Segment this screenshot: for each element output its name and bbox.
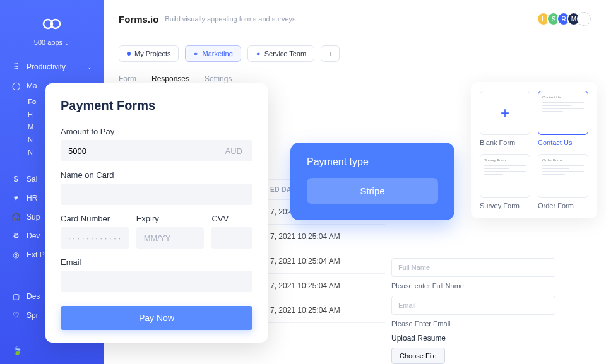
top-header: Forms.io Build visually appealing forms … xyxy=(104,0,606,38)
pay-now-button[interactable]: Pay Now xyxy=(61,306,252,330)
tab-add[interactable]: + xyxy=(321,45,340,62)
grid-icon: ⠿ xyxy=(11,62,20,71)
currency-label: AUD xyxy=(215,140,252,161)
template-survey[interactable]: Survey Form xyxy=(480,154,530,198)
link-icon: ⚭ xyxy=(256,50,261,57)
tab-marketing[interactable]: ⚭Marketing xyxy=(185,45,241,62)
template-contact-us[interactable]: Contact Us xyxy=(538,91,588,135)
amount-input[interactable] xyxy=(61,140,215,161)
card-number-label: Card Number xyxy=(61,214,129,223)
template-label: Survey Form xyxy=(480,198,530,209)
circle-icon: ◯ xyxy=(11,81,20,90)
avatar-more[interactable] xyxy=(577,12,591,26)
apps-dropdown[interactable]: 500 apps ⌄ xyxy=(0,38,104,46)
project-tabs: My Projects ⚭Marketing ⚭Service Team + xyxy=(119,45,340,62)
brand-subtitle: Build visually appealing forms and surve… xyxy=(165,15,295,23)
email-help: Please Enter Email xyxy=(391,320,581,327)
expiry-label: Expiry xyxy=(136,214,205,223)
subtab-settings[interactable]: Settings xyxy=(205,74,232,83)
code-icon: ⚙ xyxy=(11,232,20,240)
heart-outline-icon: ♡ xyxy=(11,311,20,320)
card-number-input[interactable] xyxy=(61,227,129,249)
subtab-responses[interactable]: Responses xyxy=(152,74,189,83)
email-label: Email xyxy=(61,257,252,267)
plus-icon: + xyxy=(480,91,530,134)
form-preview: Please enter Full Name Please Enter Emai… xyxy=(391,258,581,364)
fullname-help: Please enter Full Name xyxy=(391,282,581,290)
subtab-form[interactable]: Form xyxy=(119,74,136,83)
name-label: Name on Card xyxy=(61,170,252,180)
sub-tabs: Form Responses Settings xyxy=(119,74,232,83)
leaf-icon: 🍃 xyxy=(13,346,22,355)
fullname-input[interactable] xyxy=(391,258,556,277)
chevron-down-icon: ⌄ xyxy=(87,64,92,70)
avatar-stack[interactable]: L S R M xyxy=(540,12,591,26)
payment-type-title: Payment type xyxy=(307,156,438,168)
sidebar-item-productivity[interactable]: ⠿ Productivity⌄ xyxy=(0,57,104,76)
payment-type-popup: Payment type Stripe xyxy=(290,143,454,220)
cvv-input[interactable] xyxy=(211,227,252,249)
cvv-label: CVV xyxy=(211,214,252,223)
name-input[interactable] xyxy=(61,184,252,205)
dollar-icon: $ xyxy=(11,175,20,184)
logo xyxy=(0,15,104,35)
amount-label: Amount to Pay xyxy=(61,127,252,136)
link-icon: ⚭ xyxy=(193,50,198,57)
tab-service-team[interactable]: ⚭Service Team xyxy=(247,45,314,62)
email-input[interactable] xyxy=(61,271,252,292)
expiry-input[interactable] xyxy=(136,227,205,249)
payment-form-title: Payment Forms xyxy=(61,98,252,113)
payment-form-card: Payment Forms Amount to Pay AUD Name on … xyxy=(45,83,268,343)
brand-title: Forms.io xyxy=(119,14,158,25)
payment-type-option-stripe[interactable]: Stripe xyxy=(307,178,438,204)
template-label: Blank Form xyxy=(480,135,530,146)
puzzle-icon: ◎ xyxy=(11,250,20,259)
template-label: Contact Us xyxy=(538,135,588,146)
tab-my-projects[interactable]: My Projects xyxy=(119,45,179,62)
template-label: Order Form xyxy=(538,198,588,209)
upload-label: Upload Resume xyxy=(391,334,581,343)
desktop-icon: ▢ xyxy=(11,292,20,301)
templates-panel: + Blank Form Contact Us Contact Us Surve… xyxy=(471,82,597,218)
choose-file-button[interactable]: Choose File xyxy=(391,348,445,364)
headphones-icon: 🎧 xyxy=(11,213,20,221)
template-order[interactable]: Order Form xyxy=(538,154,588,198)
template-blank[interactable]: + xyxy=(480,91,530,135)
email-input[interactable] xyxy=(391,296,556,315)
heart-icon: ♥ xyxy=(11,194,20,203)
